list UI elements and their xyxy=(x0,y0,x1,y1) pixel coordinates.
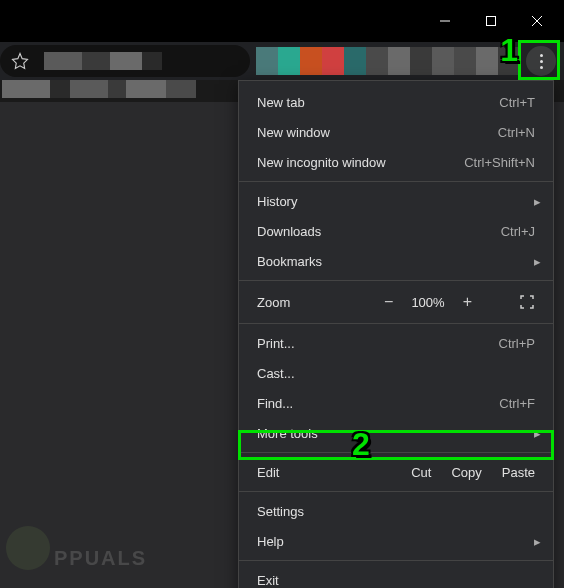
annotation-step-2: 2 xyxy=(352,426,370,463)
svg-rect-1 xyxy=(487,17,496,26)
extension-icons xyxy=(256,47,520,75)
chevron-right-icon: ▸ xyxy=(534,194,541,209)
zoom-out-button[interactable]: − xyxy=(384,293,393,311)
chrome-menu: New tab Ctrl+T New window Ctrl+N New inc… xyxy=(238,80,554,588)
minimize-button[interactable] xyxy=(422,0,468,42)
menu-separator xyxy=(239,491,553,492)
menu-zoom-row: Zoom − 100% + xyxy=(239,285,553,319)
window-titlebar xyxy=(0,0,564,42)
menu-shortcut: Ctrl+T xyxy=(499,95,535,110)
menu-label: Exit xyxy=(257,573,535,588)
browser-toolbar xyxy=(0,42,564,80)
zoom-value: 100% xyxy=(411,295,444,310)
menu-new-window[interactable]: New window Ctrl+N xyxy=(239,117,553,147)
menu-label: New tab xyxy=(257,95,499,110)
menu-new-tab[interactable]: New tab Ctrl+T xyxy=(239,87,553,117)
menu-new-incognito[interactable]: New incognito window Ctrl+Shift+N xyxy=(239,147,553,177)
extension-icon[interactable] xyxy=(366,47,388,75)
menu-shortcut: Ctrl+P xyxy=(499,336,535,351)
extension-icon[interactable] xyxy=(278,47,300,75)
edit-copy-button[interactable]: Copy xyxy=(451,465,481,480)
fullscreen-icon[interactable] xyxy=(519,294,535,310)
chrome-menu-button[interactable] xyxy=(522,43,560,79)
menu-history[interactable]: History ▸ xyxy=(239,186,553,216)
extension-icon[interactable] xyxy=(344,47,366,75)
menu-label: Find... xyxy=(257,396,499,411)
chevron-right-icon: ▸ xyxy=(534,534,541,549)
menu-downloads[interactable]: Downloads Ctrl+J xyxy=(239,216,553,246)
menu-find[interactable]: Find... Ctrl+F xyxy=(239,388,553,418)
menu-label: New window xyxy=(257,125,498,140)
menu-label: New incognito window xyxy=(257,155,464,170)
menu-separator xyxy=(239,280,553,281)
menu-separator xyxy=(239,560,553,561)
close-button[interactable] xyxy=(514,0,560,42)
menu-label: Settings xyxy=(257,504,535,519)
watermark-icon xyxy=(6,526,50,570)
menu-separator xyxy=(239,181,553,182)
menu-separator xyxy=(239,452,553,453)
zoom-in-button[interactable]: + xyxy=(463,293,472,311)
extension-icon[interactable] xyxy=(476,47,498,75)
menu-edit-row: Edit Cut Copy Paste xyxy=(239,457,553,487)
extension-icon[interactable] xyxy=(410,47,432,75)
menu-label: Downloads xyxy=(257,224,501,239)
menu-more-tools[interactable]: More tools ▸ xyxy=(239,418,553,448)
menu-settings[interactable]: Settings xyxy=(239,496,553,526)
extension-icon[interactable] xyxy=(432,47,454,75)
watermark-text: PPUALS xyxy=(54,547,147,570)
menu-help[interactable]: Help ▸ xyxy=(239,526,553,556)
menu-cast[interactable]: Cast... xyxy=(239,358,553,388)
address-bar[interactable] xyxy=(0,45,250,77)
menu-label: Cast... xyxy=(257,366,535,381)
extension-icon[interactable] xyxy=(256,47,278,75)
menu-bookmarks[interactable]: Bookmarks ▸ xyxy=(239,246,553,276)
menu-separator xyxy=(239,323,553,324)
menu-shortcut: Ctrl+Shift+N xyxy=(464,155,535,170)
address-blur xyxy=(44,52,250,70)
menu-label: Print... xyxy=(257,336,499,351)
menu-shortcut: Ctrl+F xyxy=(499,396,535,411)
extension-icon[interactable] xyxy=(454,47,476,75)
extension-icon[interactable] xyxy=(322,47,344,75)
menu-label: Bookmarks xyxy=(257,254,535,269)
menu-shortcut: Ctrl+N xyxy=(498,125,535,140)
edit-cut-button[interactable]: Cut xyxy=(411,465,431,480)
extension-icon[interactable] xyxy=(300,47,322,75)
edit-paste-button[interactable]: Paste xyxy=(502,465,535,480)
menu-label: History xyxy=(257,194,535,209)
menu-label: More tools xyxy=(257,426,535,441)
edit-label: Edit xyxy=(257,465,337,480)
watermark: PPUALS xyxy=(6,526,147,570)
menu-exit[interactable]: Exit xyxy=(239,565,553,588)
menu-print[interactable]: Print... Ctrl+P xyxy=(239,328,553,358)
chevron-right-icon: ▸ xyxy=(534,426,541,441)
extension-icon[interactable] xyxy=(388,47,410,75)
bookmark-star-icon[interactable] xyxy=(4,45,36,77)
zoom-label: Zoom xyxy=(257,295,337,310)
chevron-right-icon: ▸ xyxy=(534,254,541,269)
menu-label: Help xyxy=(257,534,535,549)
menu-shortcut: Ctrl+J xyxy=(501,224,535,239)
annotation-step-1: 1 xyxy=(500,32,518,69)
